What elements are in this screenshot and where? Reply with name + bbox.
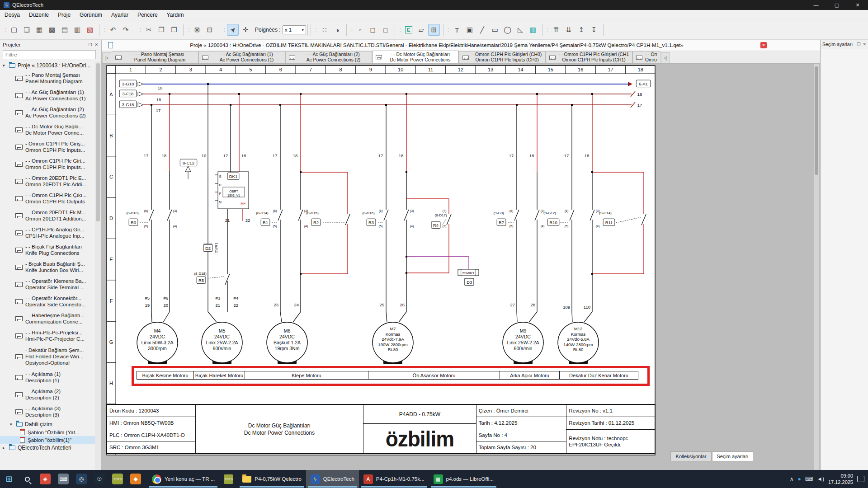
dock-tab-collections[interactable]: Kolleksiyonlar <box>670 451 712 461</box>
tree-item-template[interactable]: Şablon "Özbilim (Yat... <box>0 428 95 436</box>
tree-item-diagram[interactable]: - - Bıçak Fişi BağlantılarıKnife Plug Co… <box>0 241 95 258</box>
export-icon[interactable]: ▧ <box>84 24 96 36</box>
tab-omron-c1ph-plc-inputs-ch0-[interactable]: - Omron C1PH Plc Girişleri (CH0)Omron C1… <box>459 51 546 63</box>
taskbar-pinned-icon-6[interactable]: ◆ <box>127 470 145 488</box>
tab-omron-c1ph-plc-inputs-ch1-[interactable]: - - Omron C1PH Plc Girişleri (CH1)Omron … <box>546 51 632 63</box>
tab-panel-mounting-diagram[interactable]: - - Pano Montaj ŞemasıPanel Mounting Dia… <box>112 51 198 63</box>
contrast-icon[interactable]: ◑ <box>331 24 343 36</box>
fold-diagram-icon[interactable]: ▱ <box>415 24 427 36</box>
tree-item-diagram[interactable]: - Bıçak Buatı Bağlantı Ş...Knife Junctio… <box>0 258 95 276</box>
close-panel-icon[interactable]: ✕ <box>863 42 866 47</box>
tree-item-diagram[interactable]: - - Operatör Klemens Ba...Operator Side … <box>0 276 95 293</box>
float-panel-icon[interactable]: ❐ <box>857 42 860 47</box>
dock-tab-selection[interactable]: Seçim ayarları <box>712 451 753 461</box>
tree-item-diagram[interactable]: - Dekatür Bağlantı Şem...Flat Folded Dev… <box>0 344 95 369</box>
taskbar-window-p4-ods-libreoffi-[interactable]: ▦p4.ods — LibreOffi... <box>429 470 498 488</box>
tab-dc-motor-power-connections[interactable]: - - Dc Motor Güç BağlantılarıDc Motor Po… <box>372 51 459 63</box>
tray-input-icon[interactable]: ⌨ <box>805 476 813 482</box>
close-button[interactable]: ✕ <box>847 0 868 10</box>
taskbar-window-yeni-konu-a-tr-[interactable]: Yeni konu aç — TR ... <box>147 470 219 488</box>
taskbar-pinned-icon-2[interactable]: ⌨ <box>54 470 72 488</box>
tab-scroll-right-icon[interactable]: ›| <box>661 52 670 63</box>
selection-free-icon[interactable]: □ <box>380 24 392 36</box>
action-center-icon[interactable] <box>857 476 864 482</box>
tree-item-diagram[interactable]: - - Ac Güç Bağlantıları (2)Ac Power Conn… <box>0 104 95 121</box>
element-editor-icon[interactable]: E <box>403 24 415 36</box>
poignees-dropdown[interactable]: x 1▾ <box>283 25 306 34</box>
tab-omron-20[interactable]: - - OmroOmron 20 <box>632 51 660 63</box>
tree-item-diagram[interactable]: - - Açıklama (1)Description (1) <box>0 369 95 386</box>
tray-chevron-icon[interactable]: ∧ <box>790 476 794 482</box>
ellipse-tool-icon[interactable]: ◯ <box>502 24 514 36</box>
selection-resize-icon[interactable]: ◻ <box>367 24 379 36</box>
redo-icon[interactable]: ↷ <box>120 24 132 36</box>
taskbar-window-gfd[interactable]: 2019 <box>219 470 238 488</box>
close-panel-icon[interactable]: ✕ <box>94 42 98 47</box>
tab-ac-power-connections-1-[interactable]: - - Ac Güç Bağlantıları (1)Ac Power Conn… <box>198 51 285 63</box>
minimize-button[interactable]: — <box>806 0 826 10</box>
tree-item-diagram[interactable]: - - Açıklama (2)Description (2) <box>0 386 95 403</box>
search-icon[interactable] <box>18 470 36 488</box>
text-tool-icon[interactable]: T <box>451 24 463 36</box>
tree-item-diagram[interactable]: - - Ac Güç Bağlantıları (1)Ac Power Conn… <box>0 87 95 104</box>
cut-icon[interactable]: ✂ <box>143 24 155 36</box>
menu-ayarlar[interactable]: Ayarlar <box>107 10 133 19</box>
sidebar-scrollbar[interactable] <box>95 61 101 470</box>
tree-item-diagram[interactable]: - - CP1H-Plc Analog Gir...CP1H-Plc Analo… <box>0 224 95 241</box>
tab-scroll-left-icon[interactable]: |‹ <box>102 52 111 63</box>
tree-item-diagram[interactable]: - - Operatör Konnektör...Operator Side C… <box>0 293 95 310</box>
menu-yardım[interactable]: Yardım <box>162 10 189 19</box>
taskbar-pinned-icon-3[interactable]: ◎ <box>72 470 90 488</box>
tray-volume-icon[interactable]: ◄) <box>817 476 824 482</box>
special-paste-icon[interactable]: ⊟ <box>204 24 216 36</box>
undo-icon[interactable]: ↶ <box>107 24 119 36</box>
menu-düzenle[interactable]: Düzenle <box>24 10 53 19</box>
pan-tool-icon[interactable]: ✛ <box>240 24 251 36</box>
maximize-button[interactable]: ▢ <box>826 0 847 10</box>
lower-icon[interactable]: ⇊ <box>563 24 575 36</box>
polygon-tool-icon[interactable]: ◺ <box>514 24 526 36</box>
tree-root-project[interactable]: ▾Proje « 1200043 : H:/OneDri... <box>0 61 95 70</box>
line-tool-icon[interactable]: ╱ <box>476 24 488 36</box>
tree-root-qet-antetleri[interactable]: ▸QElectroTech Antetleri <box>0 444 95 452</box>
open-file-icon[interactable]: ▤ <box>59 24 71 36</box>
rectangle-tool-icon[interactable]: ▭ <box>489 24 501 36</box>
tree-item-diagram[interactable]: - - Dc Motor Güç Bağla...Dc Motor Power … <box>0 121 95 138</box>
grid-icon[interactable]: ∷ <box>319 24 330 36</box>
tree-item-diagram[interactable]: - - Omron C1PH Plc Giri...Omron C1PH Plc… <box>0 155 95 173</box>
tree-item-template[interactable]: Şablon "özbilim(1)" <box>0 436 95 444</box>
save-as-icon[interactable]: ▩ <box>46 24 58 36</box>
paste-icon[interactable]: ❒ <box>168 24 180 36</box>
bring-front-icon[interactable]: ↥ <box>576 24 587 36</box>
menu-görünüm[interactable]: Görünüm <box>75 10 107 19</box>
tray-security-icon[interactable]: ● <box>797 476 801 482</box>
menu-pencere[interactable]: Pencere <box>133 10 162 19</box>
save-icon[interactable]: ▦ <box>33 24 45 36</box>
delete-icon[interactable]: ⊠ <box>191 24 203 36</box>
taskbar-window-p4-cp1h-m1-0-75k-[interactable]: AP4-Cp1h-M1-0.75k... <box>359 470 429 488</box>
select-tool-icon[interactable]: ➤ <box>227 24 239 36</box>
start-button[interactable]: ⊞ <box>0 470 18 488</box>
tree-item-diagram[interactable]: - - Pano Montaj ŞemasıPanel Mounting Dia… <box>0 70 95 87</box>
copy-icon[interactable]: ❐ <box>156 24 167 36</box>
filter-input[interactable] <box>3 50 96 59</box>
taskbar-window-p4-0-75kw-qelectro[interactable]: P4-0,75kW Qelectro <box>238 470 306 488</box>
send-back-icon[interactable]: ↧ <box>588 24 600 36</box>
raise-icon[interactable]: ⇈ <box>550 24 562 36</box>
taskbar-window-qelectrotech[interactable]: ϟQElectroTech <box>306 470 359 488</box>
selection-mode-icon[interactable]: ▫ <box>354 24 366 36</box>
taskbar-pinned-icon-5[interactable]: 2019 <box>108 470 127 488</box>
menu-proje[interactable]: Proje <box>53 10 75 19</box>
add-table-icon[interactable]: ⊞ <box>428 24 440 36</box>
tree-folder-dahili-cizim[interactable]: ▾Dahili çizim <box>0 420 95 428</box>
float-panel-icon[interactable]: ❐ <box>88 42 92 47</box>
tab-ac-power-connections-2-[interactable]: - - Ac Güç Bağlantıları (2)Ac Power Conn… <box>285 51 372 63</box>
project-close-button[interactable]: ✕ <box>760 42 767 48</box>
terminal-strip-icon[interactable]: ▥ <box>527 24 539 36</box>
tree-item-diagram[interactable]: - - Omron 20EDT1 Ek M...Omron 20EDT1 Add… <box>0 207 95 224</box>
tree-item-diagram[interactable]: - - Hmı-Plc-Pc-Projeksi...Hmi-Plc-PC-Pro… <box>0 327 95 344</box>
tree-item-diagram[interactable]: - - Açıklama (3)Description (3) <box>0 403 95 420</box>
tree-item-diagram[interactable]: - - Omron C1PH Plc Çıkı...Omron C1PH Plc… <box>0 190 95 207</box>
taskbar-clock[interactable]: 09:00 17.12.2025 <box>828 473 853 485</box>
tree-item-diagram[interactable]: - - Omron 20EDT1 Plc E...Omron 20EDT1 Pl… <box>0 173 95 190</box>
